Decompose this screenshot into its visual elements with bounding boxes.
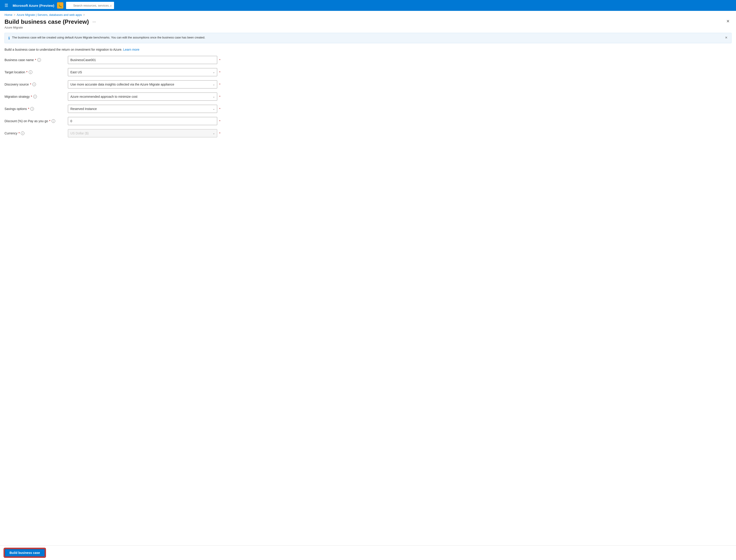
info-icon-business-case-name[interactable]: i <box>37 58 41 62</box>
form-row-target-location: Target location * i East US West US West… <box>5 68 731 76</box>
breadcrumb: Home > Azure Migrate | Servers, database… <box>0 11 736 17</box>
required-star-currency: * <box>19 131 20 135</box>
form-row-migration-strategy: Migration strategy * i Azure recommended… <box>5 93 731 101</box>
close-button[interactable]: ✕ <box>724 18 731 24</box>
more-options-icon[interactable]: ··· <box>91 19 97 25</box>
required-star-savings: * <box>28 107 29 111</box>
required-marker-discovery: * <box>219 83 220 86</box>
description: Build a business case to understand the … <box>0 47 736 56</box>
search-wrapper: 🔍 <box>66 2 161 9</box>
info-icon-discount[interactable]: i <box>52 119 55 123</box>
page-title: Build business case (Preview) <box>5 18 89 25</box>
info-banner: ℹ The business case will be created usin… <box>5 33 731 43</box>
required-marker-name: * <box>219 58 220 62</box>
breadcrumb-sep-1: > <box>14 13 15 17</box>
info-icon-savings-options[interactable]: i <box>30 107 34 111</box>
migration-strategy-select[interactable]: Azure recommended approach to minimize c… <box>68 93 217 101</box>
form-row-discount: Discount (%) on Pay as you go * i * <box>5 117 731 125</box>
currency-select[interactable]: US Dollar ($) Euro (€) British Pound (£) <box>68 129 217 137</box>
info-banner-icon: ℹ <box>8 36 10 40</box>
required-marker-currency: * <box>219 132 220 135</box>
info-icon-currency[interactable]: i <box>21 131 24 135</box>
info-icon-target-location[interactable]: i <box>29 70 32 74</box>
breadcrumb-home-link[interactable]: Home <box>5 13 12 17</box>
page-header: Build business case (Preview) ··· Azure … <box>0 17 736 31</box>
form-row-savings-options: Savings options * i Reserved Instance Pa… <box>5 105 731 113</box>
info-banner-text: The business case will be created using … <box>12 36 723 39</box>
main-content: Home > Azure Migrate | Servers, database… <box>0 11 736 560</box>
form-label-target-location: Target location * i <box>5 70 68 74</box>
form-row-discovery-source: Discovery source * i Use more accurate d… <box>5 80 731 88</box>
required-marker-migration: * <box>219 95 220 98</box>
required-star-location: * <box>26 70 27 74</box>
required-marker-savings: * <box>219 107 220 111</box>
form-container: Business case name * i * Target location… <box>0 56 736 137</box>
bug-icon[interactable]: 🐛 <box>57 2 63 9</box>
required-star-discount: * <box>49 119 50 123</box>
page-title-row: Build business case (Preview) ··· <box>5 18 97 25</box>
page-header-left: Build business case (Preview) ··· Azure … <box>5 18 97 29</box>
required-star: * <box>35 58 36 62</box>
form-control-currency: US Dollar ($) Euro (€) British Pound (£)… <box>68 129 217 137</box>
info-icon-migration-strategy[interactable]: i <box>33 95 37 98</box>
discount-input[interactable] <box>68 117 217 125</box>
form-label-savings-options: Savings options * i <box>5 107 68 111</box>
hamburger-menu-icon[interactable]: ☰ <box>3 2 10 9</box>
form-control-discovery-source: Use more accurate data insights collecte… <box>68 80 217 88</box>
business-case-name-input[interactable] <box>68 56 217 64</box>
form-label-discovery-source: Discovery source * i <box>5 83 68 86</box>
required-star-migration: * <box>31 95 32 98</box>
form-control-discount: * <box>68 117 217 125</box>
savings-options-select[interactable]: Reserved Instance Pay as you go Azure Sa… <box>68 105 217 113</box>
topbar-title: Microsoft Azure (Preview) <box>13 4 54 7</box>
topbar: ☰ Microsoft Azure (Preview) 🐛 🔍 <box>0 0 736 11</box>
breadcrumb-sep-2: > <box>83 13 85 17</box>
search-input[interactable] <box>66 2 114 9</box>
breadcrumb-azure-migrate-link[interactable]: Azure Migrate | Servers, databases and w… <box>17 13 82 17</box>
form-control-savings-options: Reserved Instance Pay as you go Azure Sa… <box>68 105 217 113</box>
info-icon-discovery-source[interactable]: i <box>32 83 36 86</box>
page-subtitle: Azure Migrate <box>5 26 97 29</box>
target-location-select[interactable]: East US West US West Europe East Asia <box>68 68 217 76</box>
form-label-discount: Discount (%) on Pay as you go * i <box>5 119 68 123</box>
footer: Build business case <box>0 545 736 560</box>
required-marker-discount: * <box>219 119 220 123</box>
required-marker-location: * <box>219 71 220 74</box>
discovery-source-select[interactable]: Use more accurate data insights collecte… <box>68 80 217 88</box>
learn-more-link[interactable]: Learn more <box>123 48 140 51</box>
description-text: Build a business case to understand the … <box>5 48 122 51</box>
required-star-discovery: * <box>30 83 31 86</box>
form-label-business-case-name: Business case name * i <box>5 58 68 62</box>
info-banner-close-icon[interactable]: ✕ <box>725 36 728 39</box>
form-control-migration-strategy: Azure recommended approach to minimize c… <box>68 93 217 101</box>
form-row-business-case-name: Business case name * i * <box>5 56 731 64</box>
form-label-migration-strategy: Migration strategy * i <box>5 95 68 98</box>
build-business-case-button[interactable]: Build business case <box>5 549 45 557</box>
form-label-currency: Currency * i <box>5 131 68 135</box>
form-control-business-case-name: * <box>68 56 217 64</box>
form-row-currency: Currency * i US Dollar ($) Euro (€) Brit… <box>5 129 731 137</box>
form-control-target-location: East US West US West Europe East Asia ⌄ … <box>68 68 217 76</box>
